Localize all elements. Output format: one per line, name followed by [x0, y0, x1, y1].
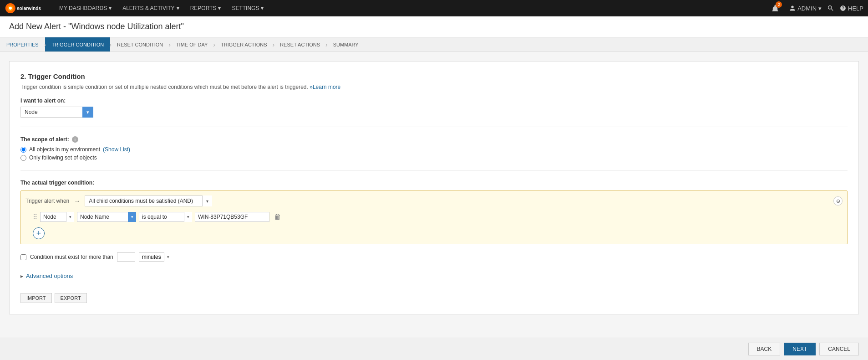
- import-button[interactable]: IMPORT: [20, 293, 52, 303]
- condition-row: ⠿ Node Interface Volume ▾ Node Name IP A…: [25, 210, 843, 224]
- step-trigger-actions[interactable]: TRIGGER ACTIONS: [214, 37, 273, 51]
- nav-right-icons: 2 ADMIN HELP: [771, 4, 863, 12]
- condition-group: Trigger alert when → All child condition…: [20, 190, 848, 244]
- step-arrow-3: ›: [168, 41, 171, 48]
- radio-only-following-label: Only following set of objects: [29, 154, 97, 161]
- export-button[interactable]: EXPORT: [55, 293, 87, 303]
- bell-icon-button[interactable]: 2: [771, 4, 779, 12]
- svg-point-2: [9, 7, 12, 10]
- field-select[interactable]: Node Name IP Address Status: [77, 212, 136, 222]
- nav-alerts-activity-chevron: [177, 5, 179, 11]
- step-summary[interactable]: SUMMARY: [327, 37, 365, 51]
- scope-label: The scope of alert: i: [20, 136, 848, 143]
- import-export-row: IMPORT EXPORT: [20, 293, 848, 303]
- minutes-select[interactable]: minutes hours seconds: [139, 252, 172, 262]
- nav-reports-chevron: [218, 5, 221, 11]
- step-arrow-4: ›: [213, 41, 215, 48]
- radio-all-objects-label: All objects in my environment: [29, 146, 100, 153]
- condition-value-input[interactable]: [195, 212, 269, 222]
- trigger-when-arrow: →: [74, 197, 80, 205]
- delete-condition-button[interactable]: 🗑: [272, 212, 283, 222]
- step-arrow-5: ›: [273, 41, 275, 48]
- radio-all-objects-input[interactable]: [20, 147, 26, 153]
- step-time-of-day[interactable]: TIME OF DAY: [170, 37, 214, 51]
- nav-settings[interactable]: SETTINGS: [227, 2, 268, 14]
- nav-my-dashboards-chevron: [109, 5, 112, 11]
- condition-exist-value-input[interactable]: [117, 252, 135, 262]
- step-arrow-1: ›: [44, 41, 46, 48]
- trigger-when-select-wrapper: All child conditions must be satisfied (…: [85, 195, 212, 206]
- nav-reports[interactable]: REPORTS: [186, 2, 226, 14]
- entity-select[interactable]: Node Interface Volume: [40, 212, 74, 222]
- trigger-condition-label: The actual trigger condition:: [20, 180, 848, 186]
- section-description: Trigger condition is simple condition or…: [20, 84, 848, 90]
- step-properties[interactable]: PROPERTIES: [0, 37, 45, 51]
- search-button[interactable]: [827, 5, 834, 12]
- radio-only-following: Only following set of objects: [20, 154, 848, 161]
- main-content: 2. Trigger Condition Trigger condition i…: [9, 61, 859, 314]
- step-arrow-6: ›: [325, 41, 328, 48]
- trigger-when-row: Trigger alert when → All child condition…: [25, 195, 843, 206]
- top-navigation: solarwinds MY DASHBOARDS ALERTS & ACTIVI…: [0, 0, 868, 16]
- operator-select[interactable]: is equal to is not equal to contains doe…: [139, 212, 192, 222]
- minutes-select-wrapper: minutes hours seconds ▾: [139, 252, 172, 262]
- condition-exist-checkbox[interactable]: [20, 254, 26, 260]
- condition-exist-row: Condition must exist for more than minut…: [20, 252, 848, 262]
- condition-exist-label: Condition must exist for more than: [30, 254, 113, 260]
- nav-items: MY DASHBOARDS ALERTS & ACTIVITY REPORTS …: [55, 2, 771, 14]
- admin-label: ADMIN: [797, 5, 817, 12]
- step-trigger-condition[interactable]: TRIGGER CONDITION: [45, 37, 110, 51]
- divider-2: [20, 170, 848, 170]
- show-list-link[interactable]: (Show List): [103, 146, 130, 153]
- page-header: Add New Alert - "Windows node Utilizatio…: [0, 16, 868, 37]
- divider-1: [20, 127, 848, 127]
- advanced-options-arrow: ▸: [20, 273, 23, 279]
- app-logo: solarwinds: [5, 3, 46, 13]
- help-label: HELP: [848, 5, 863, 12]
- step-reset-actions[interactable]: RESET ACTIONS: [274, 37, 326, 51]
- nav-settings-chevron: [261, 5, 264, 11]
- advanced-options-row[interactable]: ▸ Advanced options: [20, 270, 848, 282]
- learn-more-link[interactable]: »Learn more: [310, 84, 340, 90]
- steps-bar: PROPERTIES › TRIGGER CONDITION › RESET C…: [0, 37, 868, 52]
- page-title: Add New Alert - "Windows node Utilizatio…: [9, 22, 859, 31]
- collapse-button[interactable]: ⊖: [833, 196, 843, 206]
- trigger-when-label: Trigger alert when: [25, 198, 69, 204]
- help-button[interactable]: HELP: [840, 5, 863, 12]
- svg-text:solarwinds: solarwinds: [17, 6, 41, 11]
- radio-only-following-input[interactable]: [20, 155, 26, 161]
- advanced-options-label: Advanced options: [26, 273, 73, 279]
- add-condition-button[interactable]: +: [33, 227, 45, 239]
- step-reset-condition[interactable]: RESET CONDITION: [111, 37, 169, 51]
- radio-all-objects: All objects in my environment (Show List…: [20, 146, 848, 153]
- step-arrow-2: ›: [109, 41, 112, 48]
- alert-on-select[interactable]: Node Interface Volume Application Compon…: [20, 107, 93, 118]
- field-select-wrapper: Node Name IP Address Status ▾: [77, 212, 136, 222]
- trigger-when-select[interactable]: All child conditions must be satisfied (…: [85, 195, 212, 206]
- alert-on-label: I want to alert on:: [20, 98, 848, 104]
- nav-alerts-activity[interactable]: ALERTS & ACTIVITY: [118, 2, 183, 14]
- bell-badge: 2: [776, 1, 782, 8]
- operator-select-wrapper: is equal to is not equal to contains doe…: [139, 212, 192, 222]
- admin-button[interactable]: ADMIN: [789, 5, 822, 12]
- section-title: 2. Trigger Condition: [20, 72, 848, 80]
- scope-info-icon[interactable]: i: [72, 136, 78, 143]
- drag-handle[interactable]: ⠿: [33, 213, 37, 221]
- entity-select-wrapper: Node Interface Volume ▾: [40, 212, 74, 222]
- nav-my-dashboards[interactable]: MY DASHBOARDS: [55, 2, 116, 14]
- alert-on-select-wrapper: Node Interface Volume Application Compon…: [20, 107, 93, 118]
- admin-chevron: [818, 5, 822, 12]
